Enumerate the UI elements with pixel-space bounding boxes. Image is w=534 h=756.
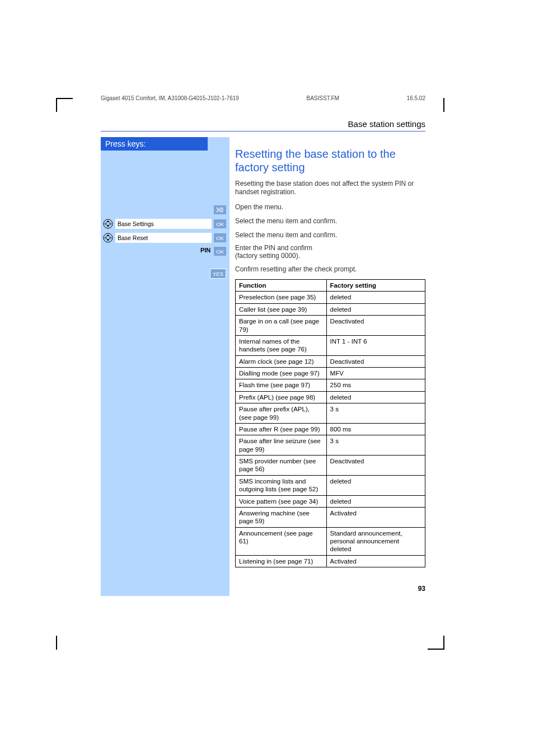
menu-icon (214, 205, 226, 214)
ok-pill: OK (214, 219, 226, 228)
table-row: Flash time (see page 97)250 ms (236, 379, 425, 391)
table-cell-function: Pause after prefix (APL), (see page 99) (236, 403, 327, 424)
table-cell-setting: 800 ms (326, 423, 425, 435)
step-text: Open the menu. (235, 200, 425, 214)
table-cell-function: SMS provider number (see page 56) (236, 456, 327, 476)
crop-mark (443, 636, 444, 650)
svg-rect-4 (107, 225, 109, 227)
table-cell-setting: 3 s (326, 403, 425, 424)
table-row: Barge in on a call (see page 79)Deactiva… (236, 316, 425, 336)
table-cell-function: Dialling mode (see page 97) (236, 368, 327, 379)
table-row: Pause after prefix (APL), (see page 99)3… (236, 403, 425, 424)
step-base-reset: Base Reset OK (103, 232, 226, 244)
table-cell-function: Prefix (APL) (see page 98) (236, 391, 327, 403)
table-cell-function: Alarm clock (see page 12) (236, 355, 327, 367)
step-text: Select the menu item and confirm. (235, 228, 425, 242)
table-row: Answering machine (see page 59)Activated (236, 507, 425, 527)
step-text: Confirm resetting after the check prompt… (235, 262, 425, 276)
table-row: Dialling mode (see page 97)MFV (236, 368, 425, 379)
step-open-menu (103, 204, 226, 216)
table-cell-function: Barge in on a call (see page 79) (236, 316, 327, 336)
crop-mark (56, 98, 57, 112)
step-line: Enter the PIN and confirm (factory setti… (235, 244, 312, 260)
pin-label: PIN (200, 247, 210, 253)
table-cell-function: Voice pattern (see page 34) (236, 495, 327, 507)
table-cell-function: Answering machine (see page 59) (236, 507, 327, 527)
step-pin: PIN OK (103, 246, 226, 266)
table-row: Caller list (see page 39)deleted (236, 303, 425, 315)
table-row: SMS incoming lists and outgoing lists (s… (236, 475, 425, 495)
table-cell-setting: 3 s (326, 435, 425, 456)
crop-mark (56, 636, 57, 650)
table-cell-setting: deleted (326, 391, 425, 403)
factory-settings-table: Function Factory setting Preselection (s… (235, 279, 425, 567)
nav-icon (103, 233, 113, 243)
ok-pill: OK (214, 233, 226, 242)
yes-pill: YES (210, 269, 226, 279)
table-cell-setting: deleted (326, 292, 425, 303)
table-cell-setting: deleted (326, 495, 425, 507)
table-cell-setting: Standard announcement, personal announce… (326, 527, 425, 555)
table-row: Announcement (see page 61)Standard annou… (236, 527, 425, 555)
svg-rect-6 (107, 239, 109, 241)
topic-heading: Resetting the base station to the factor… (235, 147, 425, 174)
doc-file: BASISST.FM (307, 95, 339, 101)
step-yes: YES (103, 267, 226, 280)
table-row: Internal names of the handsets (see page… (236, 335, 425, 355)
table-row: Pause after R (see page 99)800 ms (236, 423, 425, 435)
table-row: Prefix (APL) (see page 98)deleted (236, 391, 425, 403)
table-cell-function: Caller list (see page 39) (236, 303, 327, 315)
table-cell-function: Flash time (see page 97) (236, 379, 327, 391)
table-cell-setting: Deactivated (326, 316, 425, 336)
table-cell-setting: Deactivated (326, 355, 425, 367)
table-cell-function: Internal names of the handsets (see page… (236, 335, 327, 355)
step-text: Enter the PIN and confirm (factory setti… (235, 242, 425, 262)
table-cell-setting: 250 ms (326, 379, 425, 391)
table-row: Alarm clock (see page 12)Deactivated (236, 355, 425, 367)
table-cell-setting: Deactivated (326, 456, 425, 476)
table-row: Listening in (see page 71)Activated (236, 555, 425, 567)
table-cell-function: Pause after R (see page 99) (236, 423, 327, 435)
table-cell-setting: Activated (326, 507, 425, 527)
intro-text: Resetting the base station does not affe… (235, 180, 425, 196)
crop-mark (443, 98, 444, 112)
doc-date: 16.5.02 (407, 95, 425, 101)
nav-icon (103, 219, 113, 229)
table-cell-function: Pause after line seizure (see page 99) (236, 435, 327, 456)
step-field-label: Base Settings (115, 219, 212, 229)
table-cell-function: Announcement (see page 61) (236, 527, 327, 555)
document-header: Gigaset 4015 Comfort, IM, A31008-G4015-J… (101, 95, 425, 104)
step-text: Select the menu item and confirm. (235, 214, 425, 228)
table-row: Pause after line seizure (see page 99)3 … (236, 435, 425, 456)
table-cell-function: Preselection (see page 35) (236, 292, 327, 303)
table-row: SMS provider number (see page 56)Deactiv… (236, 456, 425, 476)
page-number: 93 (418, 585, 425, 593)
table-cell-function: SMS incoming lists and outgoing lists (s… (236, 475, 327, 495)
table-cell-setting: Activated (326, 555, 425, 567)
doc-id: Gigaset 4015 Comfort, IM, A31008-G4015-J… (101, 95, 239, 101)
table-header: Factory setting (326, 280, 425, 292)
section-title: Base station settings (101, 119, 425, 132)
step-field-label: Base Reset (115, 233, 212, 243)
table-row: Voice pattern (see page 34)deleted (236, 495, 425, 507)
table-cell-setting: deleted (326, 475, 425, 495)
table-cell-function: Listening in (see page 71) (236, 555, 327, 567)
table-header: Function (236, 280, 327, 292)
table-cell-setting: MFV (326, 368, 425, 379)
step-base-settings: Base Settings OK (103, 218, 226, 230)
table-row: Preselection (see page 35)deleted (236, 292, 425, 303)
table-cell-setting: deleted (326, 303, 425, 315)
crop-mark (56, 98, 73, 99)
ok-pill: OK (214, 247, 226, 256)
table-cell-setting: INT 1 - INT 6 (326, 335, 425, 355)
press-keys-label: Press keys: (101, 137, 208, 151)
crop-mark (428, 649, 444, 650)
